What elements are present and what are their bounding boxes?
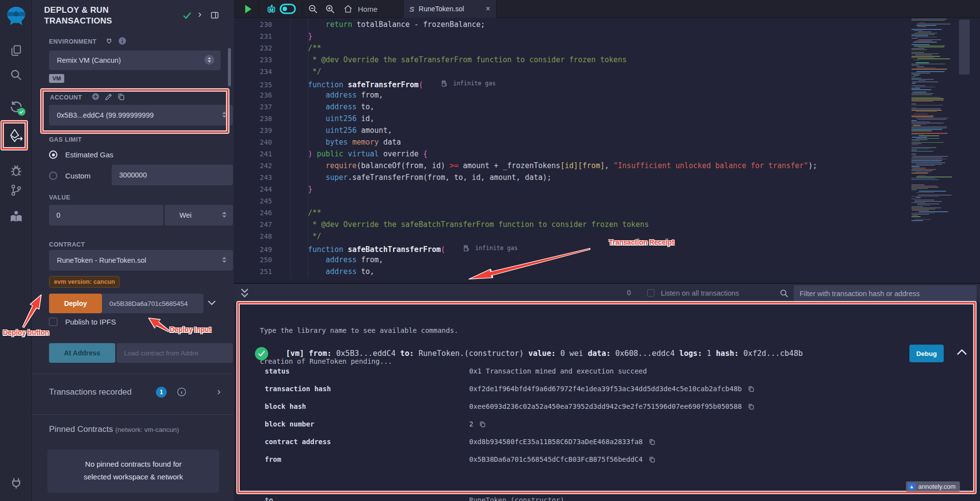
- code-line[interactable]: 246 /**: [234, 207, 980, 219]
- activity-bar: [0, 0, 32, 501]
- code-line[interactable]: 237 address to,: [234, 101, 980, 113]
- learneth-icon[interactable]: [0, 207, 32, 226]
- editor-scrollbar[interactable]: [959, 20, 970, 75]
- panel-scrollbar[interactable]: [228, 48, 231, 86]
- divider: [32, 414, 234, 415]
- copy-icon[interactable]: [649, 456, 655, 463]
- panel-title: DEPLOY & RUN TRANSACTIONS: [44, 5, 176, 26]
- code-line[interactable]: 233 * @dev Override the safeTransferFrom…: [234, 54, 980, 66]
- minimap[interactable]: [909, 19, 958, 254]
- filter-input[interactable]: [794, 285, 977, 301]
- code-line[interactable]: 242 require(balanceOf(from, id) >= amoun…: [234, 160, 980, 172]
- search-icon[interactable]: [0, 68, 32, 82]
- remix-logo[interactable]: [0, 4, 32, 28]
- value-input[interactable]: 0: [49, 205, 163, 225]
- publish-ipfs-checkbox[interactable]: [49, 318, 57, 326]
- close-tab-icon[interactable]: ×: [486, 4, 490, 13]
- line-number: 247: [234, 219, 290, 230]
- transactions-info-icon[interactable]: [177, 387, 186, 397]
- git-icon[interactable]: [0, 182, 32, 199]
- estimated-gas-label: Estimated Gas: [65, 150, 113, 159]
- edit-account-icon[interactable]: [104, 93, 113, 101]
- code-line[interactable]: 250 address from,: [234, 254, 980, 266]
- zoom-out-icon[interactable]: [308, 0, 318, 18]
- expand-terminal-icon[interactable]: [240, 288, 249, 299]
- copy-icon[interactable]: [479, 421, 486, 427]
- code-line[interactable]: 243 super.safeTransferFrom(from, to, id,…: [234, 172, 980, 183]
- code-line[interactable]: 245: [234, 195, 980, 207]
- code-line[interactable]: 232 /**: [234, 42, 980, 54]
- contract-select[interactable]: RuneToken - RuneToken.sol: [49, 250, 233, 271]
- code-line[interactable]: 251 address to,: [234, 266, 980, 277]
- code-line[interactable]: 234 */: [234, 66, 980, 77]
- deploy-run-panel: DEPLOY & RUN TRANSACTIONS › ENVIRONMENT …: [32, 0, 234, 501]
- receipt-value: 0xf2de1f964bfd4f9a6d67972f4e1dea39f53ac3…: [469, 380, 754, 398]
- run-script-icon[interactable]: [244, 0, 252, 18]
- chevron-up-down-icon: [204, 54, 215, 67]
- listen-all-checkbox[interactable]: [647, 289, 654, 297]
- deploy-button[interactable]: Deploy: [49, 294, 102, 313]
- code-lines[interactable]: 230 return totalBalance - frozenBalance;…: [234, 19, 980, 277]
- custom-gas-radio[interactable]: [49, 172, 57, 180]
- pin-panel-icon[interactable]: [210, 10, 220, 20]
- receipt-value: 0x1 Transaction mined and execution succ…: [469, 362, 647, 380]
- code-line[interactable]: 239 uint256 amount,: [234, 125, 980, 136]
- debug-button[interactable]: Debug: [909, 345, 944, 362]
- code-line[interactable]: 247 * @dev Override the safeBatchTransfe…: [234, 219, 980, 230]
- value-unit-select[interactable]: Wei: [165, 205, 233, 225]
- line-number: 231: [234, 30, 290, 42]
- copy-icon[interactable]: [649, 438, 655, 445]
- zoom-in-icon[interactable]: [325, 0, 335, 18]
- env-plug-icon[interactable]: [105, 37, 113, 45]
- code-editor: Home S RuneToken.sol × 230 return totalB…: [234, 0, 980, 283]
- account-select[interactable]: 0x5B3...eddC4 (99.999999999: [49, 105, 233, 125]
- chevron-up-down-icon: [222, 111, 227, 120]
- env-info-icon[interactable]: [118, 37, 126, 45]
- code-line[interactable]: 244 }: [234, 183, 980, 195]
- panel-next-icon[interactable]: ›: [198, 8, 201, 20]
- code-line[interactable]: 240 bytes memory data: [234, 136, 980, 148]
- add-account-icon[interactable]: [92, 93, 100, 100]
- solidity-compiler-icon[interactable]: [0, 97, 32, 117]
- ai-robot-icon[interactable]: [266, 0, 277, 18]
- code-line[interactable]: 230 return totalBalance - frozenBalance;: [234, 19, 980, 30]
- environment-select[interactable]: Remix VM (Cancun): [49, 50, 221, 70]
- deploy-run-icon[interactable]: [0, 125, 32, 147]
- expand-deploy-icon[interactable]: [207, 300, 216, 306]
- estimated-gas-radio[interactable]: [49, 150, 57, 159]
- copy-icon[interactable]: [748, 403, 754, 410]
- code-line[interactable]: 236 address from,: [234, 89, 980, 101]
- transactions-expand-icon[interactable]: ›: [217, 385, 221, 397]
- tx-summary[interactable]: [vm] from: 0x5B3...eddC4 to: RuneToken.(…: [286, 347, 803, 360]
- search-icon[interactable]: [779, 289, 789, 298]
- terminal[interactable]: Type the library name to see available c…: [234, 302, 980, 501]
- deploy-input[interactable]: 0x5B38Da6a701c5685454: [102, 294, 203, 313]
- custom-gas-input[interactable]: 3000000: [112, 165, 233, 185]
- code-line[interactable]: 235 function safeTransferFrom( infinite …: [234, 77, 980, 89]
- value-unit: Wei: [179, 211, 192, 219]
- home-icon[interactable]: [343, 0, 353, 18]
- line-number: 237: [234, 101, 290, 113]
- tab-runetoken-sol[interactable]: S RuneToken.sol ×: [403, 0, 497, 18]
- code-line[interactable]: 231 }: [234, 30, 980, 42]
- at-address-button[interactable]: At Address: [49, 343, 115, 363]
- copy-account-icon[interactable]: [117, 93, 125, 100]
- code-line[interactable]: 238 uint256 id,: [234, 113, 980, 125]
- collapse-receipt-icon[interactable]: [956, 348, 968, 356]
- code-line[interactable]: 241 ) public virtual override {: [234, 148, 980, 160]
- code-line[interactable]: 249 function safeBatchTransferFrom( infi…: [234, 242, 980, 254]
- plugin-manager-icon[interactable]: [0, 475, 32, 492]
- copy-icon[interactable]: [748, 385, 754, 392]
- code-line[interactable]: 248 */: [234, 230, 980, 242]
- line-number: 242: [234, 160, 290, 172]
- at-address-input[interactable]: Load contract from Addre: [117, 343, 233, 363]
- line-number: 251: [234, 266, 290, 277]
- vm-badge: VM: [49, 74, 64, 83]
- tx-success-icon: [255, 347, 268, 360]
- file-explorer-icon[interactable]: [0, 43, 32, 58]
- ai-toggle-icon[interactable]: [279, 0, 296, 18]
- home-label[interactable]: Home: [358, 0, 377, 18]
- transactions-count-badge: 1: [156, 387, 167, 398]
- debugger-icon[interactable]: [0, 161, 32, 180]
- line-number: 239: [234, 125, 290, 136]
